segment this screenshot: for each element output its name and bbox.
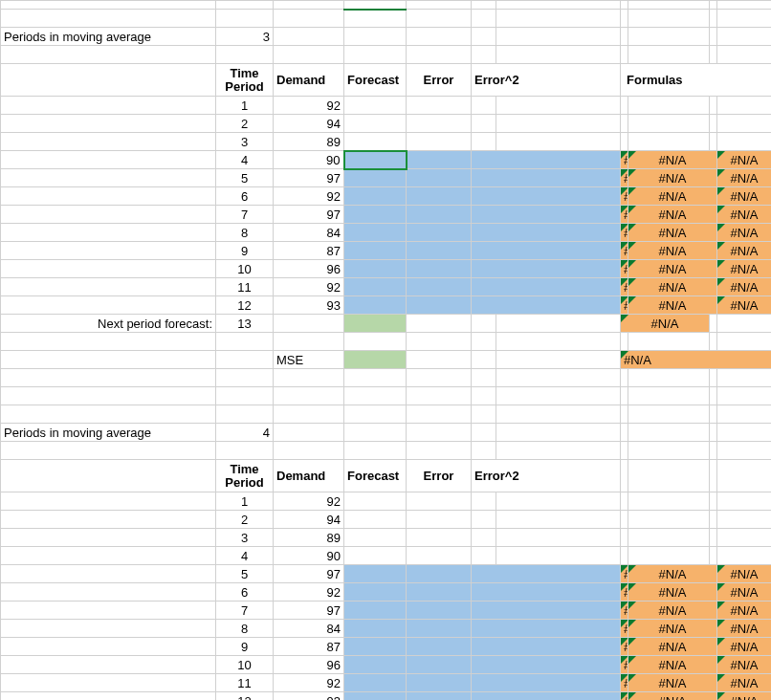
cell-d[interactable]: 92: [274, 278, 344, 296]
error-cell[interactable]: [407, 187, 472, 206]
forecast-cell[interactable]: [407, 151, 472, 169]
error2-cell[interactable]: [472, 296, 621, 315]
error-cell[interactable]: [407, 638, 472, 656]
formula-cell[interactable]: #N/A: [621, 169, 628, 187]
cell-t[interactable]: 1: [216, 97, 274, 115]
cell-t[interactable]: 2: [216, 511, 274, 529]
formula-cell[interactable]: #N/A: [717, 242, 772, 260]
formula-cell[interactable]: #N/A: [628, 565, 717, 583]
forecast-cell[interactable]: [344, 187, 407, 206]
formula-cell[interactable]: #N/A: [717, 583, 772, 602]
formula-cell[interactable]: #N/A: [628, 242, 717, 260]
formula-cell[interactable]: #N/A: [621, 565, 628, 583]
cell-d[interactable]: 92: [274, 583, 344, 602]
forecast-cell[interactable]: [344, 169, 407, 187]
formula-cell[interactable]: #N/A: [621, 351, 772, 369]
forecast-cell[interactable]: [344, 242, 407, 260]
cell-t[interactable]: 7: [216, 602, 274, 620]
error-cell[interactable]: [407, 656, 472, 674]
cell-t[interactable]: 6: [216, 583, 274, 602]
formula-cell[interactable]: #N/A: [621, 656, 628, 674]
error2-cell[interactable]: [472, 656, 621, 674]
cell-t[interactable]: 7: [216, 206, 274, 224]
forecast-cell[interactable]: [344, 620, 407, 638]
cell-t[interactable]: 3: [216, 529, 274, 547]
cell-t[interactable]: 8: [216, 620, 274, 638]
formula-cell[interactable]: #N/A: [628, 656, 717, 674]
formula-cell[interactable]: #N/A: [621, 224, 628, 242]
periods-value-1[interactable]: 3: [216, 28, 274, 46]
formula-cell[interactable]: #N/A: [621, 296, 628, 315]
formula-cell[interactable]: #N/A: [717, 224, 772, 242]
formula-cell[interactable]: #N/A: [628, 278, 717, 296]
formula-cell[interactable]: #N/A: [628, 260, 717, 278]
cell-d[interactable]: 93: [274, 296, 344, 315]
error2-cell[interactable]: [472, 187, 621, 206]
cell-t[interactable]: 6: [216, 187, 274, 206]
formula-cell[interactable]: #N/A: [717, 656, 772, 674]
formula-cell[interactable]: #N/A: [717, 565, 772, 583]
cell-d[interactable]: 87: [274, 638, 344, 656]
cell-t[interactable]: 1: [216, 492, 274, 511]
error2-cell[interactable]: [472, 260, 621, 278]
cell-d[interactable]: 90: [274, 151, 344, 169]
error2-cell[interactable]: [472, 169, 621, 187]
formula-cell[interactable]: #N/A: [621, 638, 628, 656]
cell-d[interactable]: 92: [274, 187, 344, 206]
formula-cell[interactable]: #N/A: [621, 583, 628, 602]
formula-cell[interactable]: #N/A: [621, 278, 628, 296]
cell-t[interactable]: 2: [216, 115, 274, 133]
cell-d[interactable]: 96: [274, 656, 344, 674]
formula-cell[interactable]: #N/A: [717, 674, 772, 692]
formula-cell[interactable]: #N/A: [621, 602, 628, 620]
error2-cell[interactable]: [472, 242, 621, 260]
forecast-cell[interactable]: [344, 206, 407, 224]
spreadsheet-grid[interactable]: Periods in moving average 3 Time Period …: [0, 0, 771, 700]
error-cell[interactable]: [407, 692, 472, 701]
error-cell[interactable]: [407, 278, 472, 296]
cell-t[interactable]: 8: [216, 224, 274, 242]
formula-cell[interactable]: #N/A: [621, 242, 628, 260]
cell-d[interactable]: 90: [274, 547, 344, 565]
spreadsheet-viewport[interactable]: Periods in moving average 3 Time Period …: [0, 0, 771, 700]
next-forecast-value-1[interactable]: [344, 315, 407, 333]
error-cell[interactable]: [407, 583, 472, 602]
error-cell[interactable]: [407, 620, 472, 638]
forecast-cell[interactable]: [344, 224, 407, 242]
cell-d[interactable]: 92: [274, 97, 344, 115]
formula-cell[interactable]: #N/A: [628, 692, 717, 701]
formula-cell[interactable]: #N/A: [621, 620, 628, 638]
formula-cell[interactable]: #N/A: [628, 296, 717, 315]
error-cell[interactable]: [407, 260, 472, 278]
error2-cell[interactable]: [472, 278, 621, 296]
error2-cell[interactable]: [472, 583, 621, 602]
cell-d[interactable]: 97: [274, 169, 344, 187]
cell-d[interactable]: 92: [274, 492, 344, 511]
error-cell[interactable]: [407, 296, 472, 315]
formula-cell[interactable]: #N/A: [621, 315, 710, 333]
formula-cell[interactable]: #N/A: [717, 260, 772, 278]
formula-cell[interactable]: #N/A: [628, 187, 717, 206]
cell-t[interactable]: 9: [216, 638, 274, 656]
error2-cell[interactable]: [472, 151, 621, 169]
cell-d[interactable]: 89: [274, 529, 344, 547]
cell-t[interactable]: 11: [216, 278, 274, 296]
formula-cell[interactable]: #N/A: [621, 260, 628, 278]
cell-d[interactable]: 84: [274, 620, 344, 638]
mse-value-1[interactable]: [344, 351, 407, 369]
next-period-1[interactable]: 13: [216, 315, 274, 333]
formula-cell[interactable]: #N/A: [628, 151, 717, 169]
cell-t[interactable]: 5: [216, 565, 274, 583]
error-cell[interactable]: [407, 602, 472, 620]
cell-t[interactable]: 10: [216, 656, 274, 674]
cell-d[interactable]: 87: [274, 242, 344, 260]
cell-t[interactable]: 4: [216, 151, 274, 169]
forecast-cell[interactable]: [344, 260, 407, 278]
error-cell[interactable]: [407, 206, 472, 224]
cell-t[interactable]: 12: [216, 692, 274, 701]
cell-t[interactable]: 9: [216, 242, 274, 260]
forecast-cell[interactable]: [344, 602, 407, 620]
error-cell[interactable]: [407, 224, 472, 242]
forecast-cell[interactable]: [344, 692, 407, 701]
cell-d[interactable]: 94: [274, 115, 344, 133]
